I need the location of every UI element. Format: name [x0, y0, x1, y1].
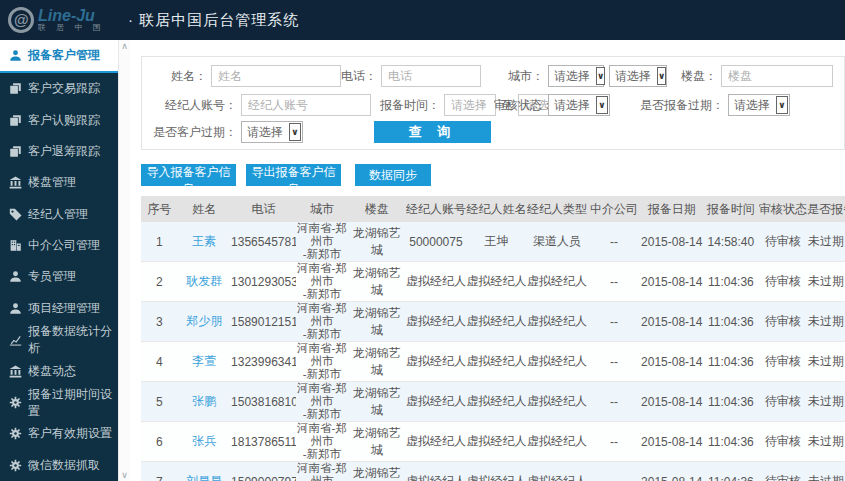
phone-input[interactable]: [381, 65, 481, 87]
table-cell: 2015-08-14: [641, 382, 703, 422]
table-cell: 13565457812: [231, 222, 296, 262]
sidebar-item-2[interactable]: 客户交易跟踪: [0, 73, 118, 104]
table-cell: 未过期: [807, 462, 845, 481]
report-time-label: 报备时间：: [380, 97, 440, 114]
table-cell: 未过期: [807, 422, 845, 462]
sidebar-item-11[interactable]: 楼盘动态: [0, 355, 118, 386]
table-cell: 待审核: [759, 382, 807, 422]
table-cell: 15890121510: [231, 302, 296, 342]
customer-name-link[interactable]: 张鹏: [192, 394, 216, 408]
table-cell: 河南省-郑州市 -新郑市: [296, 382, 348, 422]
table-cell: 7: [141, 462, 178, 481]
sidebar-item-7[interactable]: 中介公司管理: [0, 230, 118, 261]
report-expired-select[interactable]: 请选择∨: [728, 94, 790, 116]
customers-table: 序号姓名电话城市楼盘经纪人账号经纪人姓名经纪人类型中介公司报备日期报备时间审核状…: [141, 196, 845, 481]
sidebar-item-5[interactable]: 楼盘管理: [0, 167, 118, 198]
table-cell: 龙湖锦艺城: [348, 222, 406, 262]
table-cell: 2015-08-14: [641, 262, 703, 302]
table-cell: 虚拟经纪人: [466, 302, 527, 342]
sidebar-item-label: 经纪人管理: [28, 206, 88, 223]
sidebar-item-4[interactable]: 客户退筹跟踪: [0, 136, 118, 167]
customer-name-link[interactable]: 张兵: [192, 434, 216, 448]
customer-name-link[interactable]: 郑少朋: [186, 314, 222, 328]
table-cell: 河南省-郑州市 -新郑市: [296, 422, 348, 462]
table-cell: 虚拟经纪人: [406, 262, 467, 302]
name-label: 姓名：: [152, 68, 207, 85]
sidebar-item-label: 客户交易跟踪: [28, 80, 100, 97]
sidebar-item-12[interactable]: 报备过期时间设置: [0, 387, 118, 419]
customer-name-link[interactable]: 耿发群: [186, 274, 222, 288]
building-input[interactable]: [721, 65, 833, 87]
table-cell: 13012930531: [231, 262, 296, 302]
sidebar-item-9[interactable]: 项目经理管理: [0, 293, 118, 324]
customer-expired-select[interactable]: 请选择∨: [241, 121, 303, 143]
column-header: 序号: [141, 196, 178, 222]
gear-icon: [9, 459, 22, 472]
table-cell: --: [587, 422, 641, 462]
table-cell: --: [587, 462, 641, 481]
query-button[interactable]: 查 询: [374, 121, 491, 143]
audit-status-label: 审核状态：: [494, 97, 544, 114]
table-cell: 5: [141, 382, 178, 422]
docs-icon: [9, 114, 22, 127]
name-input[interactable]: [211, 65, 341, 87]
at-logo-icon: @: [8, 7, 34, 33]
table-cell: 虚拟经纪人: [406, 342, 467, 382]
table-cell: --: [587, 222, 641, 262]
table-cell: 龙湖锦艺城: [348, 382, 406, 422]
column-header: 审核状态: [759, 196, 807, 222]
table-row: 2耿发群13012930531河南省-郑州市 -新郑市龙湖锦艺城虚拟经纪人虚拟经…: [141, 262, 845, 302]
sidebar-item-label: 项目经理管理: [28, 300, 100, 317]
city-city-select[interactable]: 请选择∨: [609, 65, 667, 87]
table-row: 3郑少朋15890121510河南省-郑州市 -新郑市龙湖锦艺城虚拟经纪人虚拟经…: [141, 302, 845, 342]
sidebar-item-8[interactable]: 专员管理: [0, 261, 118, 292]
table-cell: 王坤: [466, 222, 527, 262]
report-time-from-input[interactable]: [444, 94, 496, 116]
audit-status-select[interactable]: 请选择∨: [548, 94, 610, 116]
import-customers-button[interactable]: 导入报备客户信息: [141, 164, 236, 186]
table-cell: 虚拟经纪人: [406, 462, 467, 481]
sidebar-item-1[interactable]: 报备客户管理: [0, 40, 118, 73]
customer-name-link[interactable]: 王素: [192, 234, 216, 248]
customer-name-link[interactable]: 刘昊昊: [186, 474, 222, 481]
table-cell: 未过期: [807, 222, 845, 262]
table-cell: 河南省-郑州市 -新郑市: [296, 262, 348, 302]
table-cell: 李萱: [178, 342, 232, 382]
table-row: 7刘昊昊15090007970河南省-郑州市 -新郑市龙湖锦艺城虚拟经纪人虚拟经…: [141, 462, 845, 481]
report-expired-label: 是否报备过期：: [639, 97, 724, 114]
customer-expired-label: 是否客户过期：: [152, 124, 237, 141]
sidebar-item-14[interactable]: 微信数据抓取: [0, 450, 118, 481]
export-customers-button[interactable]: 导出报备客户信息: [246, 164, 341, 186]
table-header: 序号姓名电话城市楼盘经纪人账号经纪人姓名经纪人类型中介公司报备日期报备时间审核状…: [141, 196, 845, 222]
city-province-select[interactable]: 请选择∨: [548, 65, 604, 87]
agent-account-input[interactable]: [241, 94, 371, 116]
sidebar-scrollbar[interactable]: ∧ ∨: [118, 40, 130, 481]
column-header: 经纪人姓名: [466, 196, 527, 222]
table-cell: 河南省-郑州市 -新郑市: [296, 302, 348, 342]
user-icon: [9, 49, 22, 62]
chevron-up-icon[interactable]: ∧: [121, 40, 128, 52]
column-header: 城市: [296, 196, 348, 222]
table-cell: 2015-08-14: [641, 422, 703, 462]
table-row: 1王素13565457812河南省-郑州市 -新郑市龙湖锦艺城50000075王…: [141, 222, 845, 262]
table-cell: 虚拟经纪人: [406, 302, 467, 342]
table-cell: 虚拟经纪人: [527, 462, 588, 481]
sidebar-item-13[interactable]: 客户有效期设置: [0, 418, 118, 449]
sidebar-item-3[interactable]: 客户认购跟踪: [0, 105, 118, 136]
agent-account-label: 经纪人账号：: [152, 97, 237, 114]
sidebar-item-label: 专员管理: [28, 268, 76, 285]
chevron-down-icon[interactable]: ∨: [121, 469, 128, 481]
table-cell: 待审核: [759, 222, 807, 262]
table-cell: 刘昊昊: [178, 462, 232, 481]
customer-name-link[interactable]: 李萱: [192, 354, 216, 368]
sidebar-item-10[interactable]: 报备数据统计分析: [0, 324, 118, 356]
sidebar-item-label: 楼盘动态: [28, 363, 76, 380]
table-cell: 渠道人员: [527, 222, 588, 262]
data-sync-button[interactable]: 数据同步: [355, 164, 431, 186]
table-cell: 待审核: [759, 462, 807, 481]
table-cell: 待审核: [759, 342, 807, 382]
table-cell: --: [587, 302, 641, 342]
user-icon: [9, 270, 22, 283]
column-header: 报备日期: [641, 196, 703, 222]
sidebar-item-6[interactable]: 经纪人管理: [0, 199, 118, 230]
